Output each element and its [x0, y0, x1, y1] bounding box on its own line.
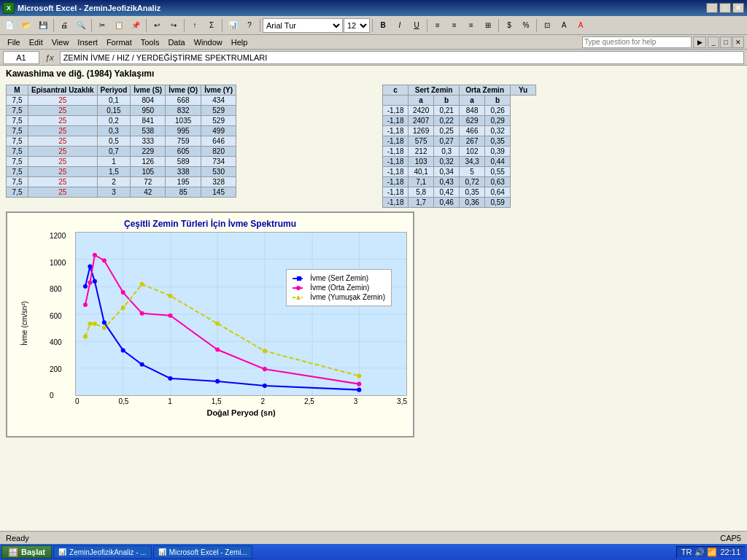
left-table-cell: 7,5: [7, 167, 28, 177]
right-table-cell: 0,59: [485, 198, 511, 208]
menu-edit[interactable]: Edit: [25, 36, 47, 48]
sep2: [91, 19, 92, 32]
svg-point-12: [88, 265, 92, 269]
table-row: -1,1840,10,3450,55: [383, 167, 536, 177]
right-table-cell: -1,18: [383, 126, 409, 136]
table-row: 7,5250,7229605820: [7, 147, 236, 157]
window-controls[interactable]: _ □ ✕: [706, 3, 744, 13]
print-button[interactable]: 🖨: [56, 18, 72, 34]
legend-orta-label: İvme (Orta Zemin): [310, 284, 369, 292]
left-table-cell: 126: [131, 157, 166, 167]
chart-legend: İvme (Sert Zemin) İvme (Orta Zemin) İvme…: [286, 269, 392, 306]
align-left-button[interactable]: ≡: [430, 18, 446, 34]
svg-point-23: [93, 253, 97, 257]
new-button[interactable]: 📄: [1, 18, 18, 34]
left-table-cell: 25: [28, 126, 98, 136]
help-search-input[interactable]: [582, 36, 692, 48]
left-table-cell: 328: [201, 177, 236, 187]
percent-button[interactable]: %: [518, 18, 534, 34]
copy-button[interactable]: 📋: [111, 18, 127, 34]
y-tick-0: 0: [50, 392, 75, 400]
merge-button[interactable]: ⊞: [480, 18, 496, 34]
right-table-cell: -1,18: [383, 106, 409, 116]
align-center-button[interactable]: ≡: [446, 18, 462, 34]
close-button[interactable]: ✕: [732, 3, 744, 13]
italic-button[interactable]: I: [392, 18, 408, 34]
system-tray: TR 🔊 📶 22:11: [676, 546, 746, 559]
taskbar-btn-1[interactable]: 📊 ZeminJeofizikAnaliz - ...: [53, 545, 152, 559]
currency-button[interactable]: $: [501, 18, 517, 34]
open-button[interactable]: 📂: [18, 18, 34, 34]
chart-container: Çeşitli Zemin Türleri İçin İvme Spektrum…: [6, 211, 414, 438]
preview-button[interactable]: 🔍: [73, 18, 89, 34]
font-selector[interactable]: Arial Tur: [263, 18, 343, 33]
legend-orta: İvme (Orta Zemin): [293, 284, 385, 292]
right-col-orta: Orta Zemin: [460, 85, 511, 96]
y-tick-600: 600: [50, 312, 75, 320]
left-table-cell: 605: [166, 147, 201, 157]
chart-plot: İvme (Sert Zemin) İvme (Orta Zemin) İvme…: [75, 232, 407, 396]
align-right-button[interactable]: ≡: [463, 18, 479, 34]
sheet-content: Kawashima ve diğ. (1984) Yaklaşımı M Epi…: [0, 66, 747, 544]
minimize-button[interactable]: _: [706, 3, 718, 13]
underline-button[interactable]: U: [409, 18, 425, 34]
taskbar-btn-2[interactable]: 📊 Microsoft Excel - Zemi...: [153, 545, 252, 559]
right-table-cell: 629: [460, 116, 485, 126]
menu-window[interactable]: Window: [190, 36, 227, 48]
menu-data[interactable]: Data: [163, 36, 189, 48]
right-table-cell: 1269: [409, 126, 434, 136]
help-button[interactable]: ?: [241, 18, 258, 34]
cut-button[interactable]: ✂: [94, 18, 110, 34]
left-table-cell: 499: [201, 126, 236, 136]
menu-help[interactable]: Help: [227, 36, 252, 48]
save-button[interactable]: 💾: [35, 18, 51, 34]
left-table-cell: 0,5: [97, 136, 131, 147]
right-sub-empty: [383, 96, 409, 106]
redo-button[interactable]: ↪: [166, 18, 182, 34]
right-table-cell: -1,18: [383, 147, 409, 157]
start-button[interactable]: 🪟 Başlat: [1, 545, 52, 559]
help-restore-icon[interactable]: □: [720, 36, 732, 48]
sep5: [222, 19, 222, 32]
sum-button[interactable]: Σ: [204, 18, 220, 34]
sep7: [372, 19, 373, 32]
table-row: 7,5251,5105338530: [7, 167, 236, 177]
font-color-button[interactable]: A: [573, 18, 589, 34]
right-sub-a1: a: [409, 96, 434, 106]
tray-icons: 🔊 📶: [694, 548, 717, 557]
right-table-cell: 0,22: [434, 116, 460, 126]
sort-asc-button[interactable]: ↑: [187, 18, 203, 34]
bold-button[interactable]: B: [375, 18, 391, 34]
border-button[interactable]: ⊡: [539, 18, 555, 34]
chart-button[interactable]: 📊: [225, 18, 241, 34]
font-size-selector[interactable]: 12: [344, 18, 370, 33]
left-table-cell: 1,5: [97, 167, 131, 177]
right-table-cell: 466: [460, 126, 485, 136]
left-table-cell: 538: [131, 126, 166, 136]
right-table-cell: 0,43: [434, 177, 460, 187]
left-table-cell: 820: [201, 147, 236, 157]
help-minimize-icon[interactable]: _: [708, 36, 719, 48]
svg-point-27: [168, 314, 172, 318]
paste-button[interactable]: 📌: [128, 18, 144, 34]
cell-reference[interactable]: [3, 51, 39, 64]
maximize-button[interactable]: □: [719, 3, 731, 13]
help-close-icon[interactable]: ✕: [732, 36, 744, 48]
menu-bar: File Edit View Insert Format Tools Data …: [0, 35, 747, 50]
left-table-cell: 7,5: [7, 96, 28, 106]
menu-view[interactable]: View: [47, 36, 74, 48]
right-col-sert: Sert Zemin: [409, 85, 460, 96]
undo-button[interactable]: ↩: [149, 18, 165, 34]
left-table-cell: 0,15: [97, 106, 131, 116]
col-header-ivme-y: İvme (Y): [201, 85, 236, 96]
menu-format[interactable]: Format: [102, 36, 136, 48]
left-table: M Episantral Uzaklık Periyod İvme (S) İv…: [6, 85, 236, 198]
menu-insert[interactable]: Insert: [73, 36, 102, 48]
svg-point-37: [168, 294, 172, 298]
svg-point-28: [215, 347, 220, 351]
svg-point-40: [357, 373, 361, 378]
menu-tools[interactable]: Tools: [136, 36, 164, 48]
fill-color-button[interactable]: A: [556, 18, 572, 34]
help-go-button[interactable]: ▶: [693, 36, 706, 48]
menu-file[interactable]: File: [3, 36, 25, 48]
